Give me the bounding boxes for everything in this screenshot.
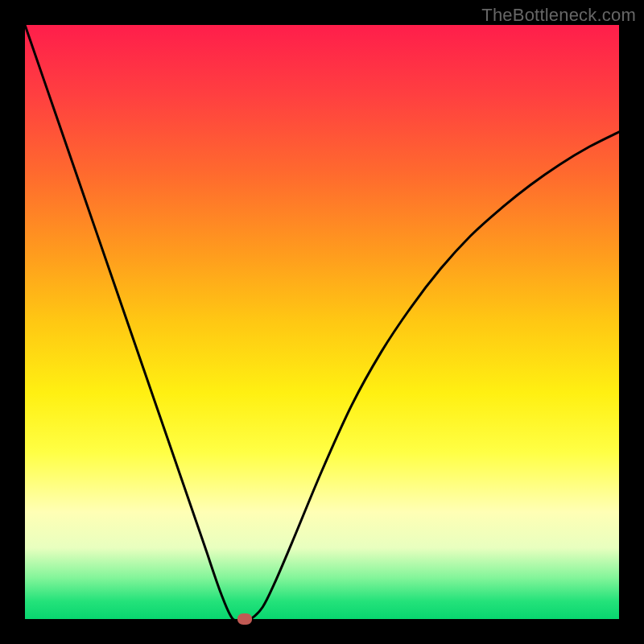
curve-svg xyxy=(25,25,619,619)
bottleneck-curve xyxy=(25,25,619,621)
watermark-text: TheBottleneck.com xyxy=(481,5,636,26)
plot-area xyxy=(25,25,619,619)
optimum-marker xyxy=(237,613,252,625)
chart-frame: TheBottleneck.com xyxy=(0,0,644,644)
